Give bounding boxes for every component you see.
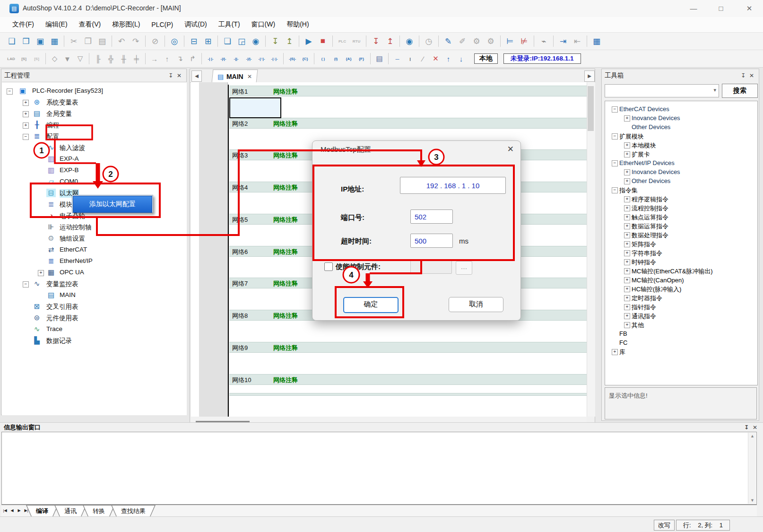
- output-vertical-scrollbar[interactable]: ▲ ▼: [748, 433, 756, 504]
- pin-icon[interactable]: ↧: [166, 72, 175, 79]
- monitor-mode-icon[interactable]: ◉: [403, 35, 416, 48]
- toolbox-item-时钟指令[interactable]: +时钟指令: [605, 258, 757, 267]
- network-comment[interactable]: 网络注释: [273, 216, 298, 224]
- expand-icon[interactable]: +: [612, 349, 618, 355]
- contact-falling-icon[interactable]: -|↓|-: [269, 53, 280, 64]
- output-tab-通讯[interactable]: 通讯: [54, 505, 87, 517]
- find-icon[interactable]: ◎: [168, 35, 181, 48]
- cancel-button[interactable]: 取消: [449, 297, 503, 312]
- paste-icon[interactable]: ▤: [95, 35, 109, 48]
- stl-view-icon[interactable]: [S]: [31, 53, 43, 64]
- insert-row-icon[interactable]: ▼: [61, 53, 73, 64]
- network-comment[interactable]: 网络注释: [273, 87, 298, 96]
- toolbox-item-EtherCAT Devices[interactable]: −EtherCAT Devices: [605, 105, 757, 114]
- toolbox-item-本地模块[interactable]: +本地模块: [605, 141, 757, 150]
- expand-icon[interactable]: +: [624, 259, 630, 265]
- expand-icon[interactable]: +: [624, 178, 630, 184]
- tree-item-EtherNet/IP[interactable]: ≣EtherNet/IP: [2, 256, 187, 267]
- maximize-button[interactable]: □: [709, 0, 733, 17]
- expand-icon[interactable]: +: [624, 151, 630, 157]
- tree-item-全局变量[interactable]: +▤全局变量: [2, 108, 187, 120]
- ip-address-input[interactable]: 192 . 168 . 1 . 10: [400, 177, 506, 194]
- login-icon[interactable]: ⇥: [556, 35, 570, 48]
- toolbox-item-Inovance Devices[interactable]: +Inovance Devices: [605, 114, 757, 123]
- network-comment[interactable]: 网络注释: [273, 248, 298, 256]
- port-input[interactable]: 502: [410, 209, 453, 224]
- line-up-icon[interactable]: ↑: [161, 53, 173, 64]
- expand-icon[interactable]: +: [624, 322, 630, 328]
- toolbox-item-库[interactable]: +库: [605, 348, 757, 357]
- coil-invert-icon[interactable]: (I): [330, 53, 342, 64]
- rung-down-icon[interactable]: ↓: [455, 53, 467, 64]
- network-header-10[interactable]: 网络10网络注释: [229, 374, 587, 385]
- tree-item-系统变量表[interactable]: +⊛系统变量表: [2, 97, 187, 108]
- toolbox-item-其他[interactable]: +其他: [605, 321, 757, 330]
- menu-item-4[interactable]: PLC(P): [146, 19, 179, 30]
- tab-close-icon[interactable]: ✕: [247, 73, 252, 80]
- expand-icon[interactable]: +: [624, 169, 630, 175]
- coil-icon[interactable]: ( ): [317, 53, 329, 64]
- toolbox-item-Other Devices[interactable]: +Other Devices: [605, 177, 757, 186]
- network-comment[interactable]: 网络注释: [273, 120, 298, 128]
- contact-set-icon[interactable]: -|S|-: [286, 53, 298, 64]
- search-button[interactable]: 搜索: [722, 84, 758, 98]
- login-status-indicator[interactable]: 未登录:IP:192.168.1.1: [503, 53, 581, 64]
- toolbox-item-Other Devices[interactable]: Other Devices: [605, 123, 757, 132]
- save-all-icon[interactable]: ▦: [48, 35, 61, 48]
- expand-icon[interactable]: +: [624, 277, 630, 283]
- menu-item-3[interactable]: 梯形图(L): [106, 18, 146, 31]
- line-corner-down-icon[interactable]: ↴: [174, 53, 186, 64]
- element-monitor-table-icon[interactable]: ▦: [590, 35, 603, 48]
- expand-icon[interactable]: +: [624, 214, 630, 220]
- dialog-close-icon[interactable]: ✕: [507, 144, 514, 154]
- delete-network-icon[interactable]: ⊭: [518, 35, 531, 48]
- tab-scroll-left-button[interactable]: ◀: [191, 70, 202, 82]
- toolbox-item-流程控制指令[interactable]: +流程控制指令: [605, 204, 757, 213]
- menu-item-5[interactable]: 调试(D): [179, 18, 212, 31]
- network-comment[interactable]: 网络注释: [273, 183, 298, 192]
- contact-no-icon[interactable]: -| |-: [205, 53, 217, 64]
- expand-icon[interactable]: +: [624, 232, 630, 238]
- stop-icon[interactable]: ■: [316, 35, 329, 48]
- tree-item-交叉引用表[interactable]: ⊠交叉引用表: [2, 301, 187, 313]
- fb-instance-icon[interactable]: ▤: [373, 53, 385, 64]
- expand-icon[interactable]: +: [624, 286, 630, 292]
- toolbox-item-指针指令[interactable]: +指针指令: [605, 303, 757, 312]
- output-tab-转换[interactable]: 转换: [83, 505, 115, 517]
- toolbox-item-定时器指令[interactable]: +定时器指令: [605, 294, 757, 303]
- tree-item-MAIN[interactable]: ▤MAIN: [2, 290, 187, 301]
- menu-item-1[interactable]: 编辑(E): [40, 18, 73, 31]
- expand-icon[interactable]: +: [624, 223, 630, 229]
- tree-item-输入滤波[interactable]: ∿输入滤波: [2, 142, 187, 154]
- network-comment[interactable]: 网络注释: [273, 312, 298, 320]
- function-block-icon[interactable]: {F}: [355, 53, 367, 64]
- tree-item-PLC-Recorder [Easy523][interactable]: −▣PLC-Recorder [Easy523]: [2, 86, 187, 97]
- tree-item-变量监控表[interactable]: −∿变量监控表: [2, 279, 187, 290]
- window-settings-icon[interactable]: ◉: [249, 35, 262, 48]
- line-corner-up-icon[interactable]: ↱: [187, 53, 199, 64]
- print-icon[interactable]: ⊞: [201, 35, 215, 48]
- plc-mode-icon[interactable]: PLC: [336, 35, 349, 48]
- contact-nc2-icon[interactable]: -|/|-: [243, 53, 255, 64]
- minimize-button[interactable]: —: [682, 0, 705, 17]
- online-edit-icon[interactable]: ✎: [442, 35, 455, 48]
- tree-item-EtherCAT[interactable]: ⇄EtherCAT: [2, 244, 187, 256]
- import-file-icon[interactable]: ↧: [269, 35, 282, 48]
- expand-icon[interactable]: +: [624, 268, 630, 274]
- undo-icon[interactable]: ↶: [115, 35, 128, 48]
- upload-icon[interactable]: ↥: [383, 35, 397, 48]
- tab-main[interactable]: ▤ MAIN ✕: [212, 70, 258, 83]
- lad-view-icon[interactable]: LAD: [5, 53, 17, 64]
- contact-rising-icon[interactable]: -|↑|-: [256, 53, 268, 64]
- toolbox-item-扩展卡[interactable]: +扩展卡: [605, 150, 757, 159]
- toolbox-item-矩阵指令[interactable]: +矩阵指令: [605, 240, 757, 249]
- copy-icon[interactable]: ❐: [81, 35, 95, 48]
- toolbox-item-通讯指令[interactable]: +通讯指令: [605, 312, 757, 321]
- expand-icon[interactable]: +: [624, 313, 630, 319]
- timeout-input[interactable]: 500: [410, 234, 453, 248]
- run-icon[interactable]: ▶: [302, 35, 315, 48]
- tree-item-COM0[interactable]: ▱COM0: [2, 176, 187, 188]
- vline-icon[interactable]: |: [404, 53, 416, 64]
- config-tool-icon[interactable]: ⚙: [470, 35, 483, 48]
- expand-icon[interactable]: +: [23, 111, 29, 117]
